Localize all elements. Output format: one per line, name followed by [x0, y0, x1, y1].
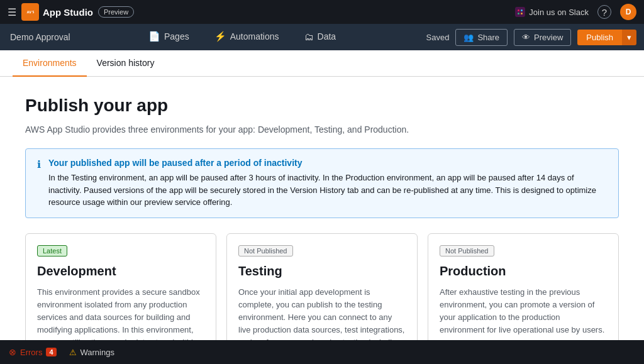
env-badge-production: Not Published: [440, 245, 494, 256]
env-title-testing: Testing: [238, 264, 406, 279]
preview-label: Preview: [534, 33, 563, 42]
env-description-production: After exhaustive testing in the previous…: [440, 286, 607, 337]
preview-eye-icon: 👁: [522, 33, 530, 42]
page-title: Publish your app: [25, 96, 619, 116]
preview-badge: Preview: [98, 6, 134, 18]
tab-version-history[interactable]: Version history: [87, 50, 165, 77]
page-subtitle: AWS App Studio provides three environmen…: [25, 124, 619, 135]
env-title-development: Development: [37, 264, 204, 279]
app-name: Demo Approval: [10, 32, 136, 42]
error-circle-icon: ⊗: [9, 347, 16, 357]
svg-point-3: [521, 13, 523, 14]
tab-environments[interactable]: Environments: [13, 50, 87, 77]
status-bar: ⊗ Errors 4 ⚠ Warnings: [0, 340, 644, 364]
aws-logo: App Studio: [21, 3, 93, 21]
warning-icon: ⚠: [69, 348, 77, 357]
nav-tab-automations-label: Automations: [230, 31, 279, 41]
env-title-production: Production: [440, 264, 607, 279]
svg-point-1: [521, 9, 523, 11]
warnings-label: Warnings: [80, 348, 114, 357]
info-banner-content: Your published app will be paused after …: [48, 158, 607, 209]
info-banner: ℹ Your published app will be paused afte…: [25, 148, 619, 218]
nav-tab-pages[interactable]: 📄 Pages: [136, 24, 202, 50]
automations-icon: ⚡: [214, 31, 226, 42]
slack-label: Join us on Slack: [529, 8, 589, 17]
hamburger-icon[interactable]: ☰: [8, 6, 16, 18]
errors-label: Errors: [20, 348, 42, 357]
share-label: Share: [477, 33, 499, 42]
nav-tab-data[interactable]: 🗂 Data: [292, 24, 349, 50]
nav-tabs: 📄 Pages ⚡ Automations 🗂 Data: [136, 24, 426, 50]
preview-button[interactable]: 👁 Preview: [514, 29, 571, 46]
pages-icon: 📄: [148, 31, 160, 42]
nav-tab-data-label: Data: [318, 31, 336, 41]
env-badge-development: Latest: [37, 245, 67, 256]
tab-bar: Environments Version history: [0, 50, 644, 77]
publish-button[interactable]: Publish: [577, 30, 622, 45]
help-icon[interactable]: ?: [597, 5, 611, 19]
publish-dropdown-button[interactable]: ▾: [622, 30, 636, 45]
svg-point-0: [518, 9, 519, 11]
nav-tab-pages-label: Pages: [164, 31, 189, 41]
slack-icon: [515, 7, 525, 17]
top-nav: ☰ App Studio Preview Join us on Slack: [0, 0, 644, 24]
status-errors[interactable]: ⊗ Errors 4: [9, 347, 57, 357]
slack-link[interactable]: Join us on Slack: [515, 7, 589, 17]
share-button[interactable]: 👥 Share: [455, 29, 508, 46]
errors-count: 4: [46, 348, 56, 356]
content-area: Environments Version history Publish you…: [0, 50, 644, 364]
nav-actions: Saved 👥 Share 👁 Preview Publish ▾: [426, 29, 644, 46]
nav-tab-automations[interactable]: ⚡ Automations: [202, 24, 292, 50]
secondary-nav: Demo Approval 📄 Pages ⚡ Automations 🗂 Da…: [0, 24, 644, 50]
share-icon: 👥: [464, 33, 474, 42]
top-nav-right: Join us on Slack ? D: [515, 4, 636, 20]
page-content: Publish your app AWS App Studio provides…: [0, 77, 644, 364]
info-banner-title: Your published app will be paused after …: [48, 158, 607, 168]
info-banner-text: In the Testing environment, an app will …: [48, 172, 607, 209]
user-avatar[interactable]: D: [620, 4, 636, 20]
app-studio-title: App Studio: [43, 7, 93, 18]
data-icon: 🗂: [304, 31, 314, 42]
env-badge-testing: Not Published: [238, 245, 293, 256]
publish-btn-group: Publish ▾: [577, 30, 636, 45]
status-warnings[interactable]: ⚠ Warnings: [69, 348, 114, 357]
saved-label: Saved: [426, 33, 450, 42]
aws-logo-icon: [21, 3, 39, 21]
svg-point-2: [518, 13, 519, 14]
top-nav-left: ☰ App Studio Preview: [8, 3, 509, 21]
info-icon: ℹ: [37, 158, 41, 209]
